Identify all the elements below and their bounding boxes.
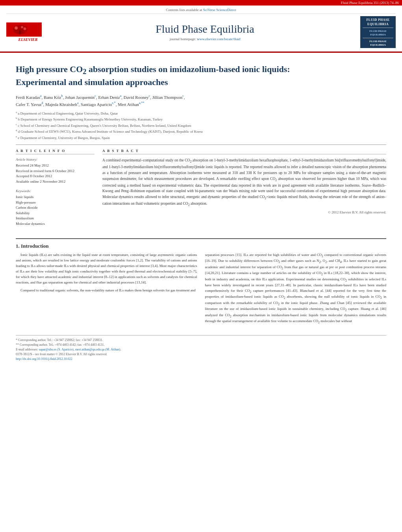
footnote-doi: http://dx.doi.org/10.1016/j.fluid.2012.1… <box>16 357 386 361</box>
authors: Ferdi Karadasa, Banu Közb, Johan Jacquem… <box>16 94 386 108</box>
keyword-6: Molecular dynamics <box>16 221 94 227</box>
available-date: Available online 2 November 2012 <box>16 179 94 185</box>
section-1-title: 1. Introduction <box>16 243 386 249</box>
sciverse-banner: Contents lists available at SciVerse Sci… <box>6 8 396 12</box>
keywords-section: Keywords: Ionic liquids High-pressure Ca… <box>16 189 94 226</box>
keywords-label: Keywords: <box>16 189 94 193</box>
intro-left-col: Ionic liquids (ILs) are salts existing i… <box>16 252 197 327</box>
svg-rect-2 <box>19 30 21 34</box>
email-2[interactable]: mert.atihan@qu.edu.qa (M. Atihan). <box>75 348 121 351</box>
footnote-area: * Corresponding author. Tel.: +34 947 25… <box>16 335 386 361</box>
compared-paragraph: Compared to traditional organic solvents… <box>16 288 197 293</box>
svg-point-3 <box>15 26 18 30</box>
journal-homepage: journal homepage: www.elsevier.com/locat… <box>54 37 356 41</box>
keyword-4: Solubility <box>16 211 94 216</box>
received-date: Received 24 May 2012 <box>16 163 94 169</box>
svg-point-4 <box>21 26 23 28</box>
footnote-issn: 0378-3812/$ – see front matter © 2012 El… <box>16 352 386 357</box>
keyword-1: Ionic liquids <box>16 195 94 200</box>
keyword-5: Imidazolium <box>16 216 94 221</box>
elsevier-wordmark: ELSEVIER <box>6 37 50 42</box>
article-info-column: A R T I C L E I N F O Article history: R… <box>16 149 94 226</box>
sciverse-link[interactable]: SciVerse ScienceDirect <box>203 8 236 12</box>
footnote-emails: E-mail addresses: sapar@ubu.es (S. Apari… <box>16 347 386 352</box>
abstract-text: A combined experimental–computational st… <box>102 158 386 208</box>
email-1[interactable]: sapar@ubu.es (S. Aparicio), <box>39 348 74 351</box>
footnote-star: * Corresponding author. Tel.: +34 947 25… <box>16 338 386 343</box>
elsevier-logo: ELSEVIER <box>6 22 50 42</box>
accepted-date: Accepted 8 October 2012 <box>16 174 94 179</box>
doi-link[interactable]: http://dx.doi.org/10.1016/j.fluid.2012.1… <box>16 357 72 361</box>
keyword-2: High-pressure <box>16 200 94 206</box>
intro-right-col: separation processes [15]. ILs are repor… <box>205 252 387 327</box>
keyword-3: Carbon dioxide <box>16 205 94 211</box>
abstract-column: A B S T R A C T A combined experimental–… <box>102 149 386 226</box>
journal-reference: Fluid Phase Equilibria 351 (2013) 74–86 <box>341 1 399 5</box>
footnote-dstar: ** Corresponding author. Tel.: +974 4403… <box>16 343 386 347</box>
article-title: High pressure CO2 absorption studies on … <box>16 64 386 88</box>
intro-left-text: Ionic liquids (ILs) are salts existing i… <box>16 252 197 293</box>
homepage-link[interactable]: www.elsevier.com/locate/fluid <box>197 37 240 41</box>
article-history-label: Article history: <box>16 158 94 161</box>
article-info-heading: A R T I C L E I N F O <box>16 149 94 154</box>
journal-title-section: Fluid Phase Equilibria journal homepage:… <box>54 23 356 41</box>
intro-right-text: separation processes [15]. ILs are repor… <box>205 252 387 325</box>
abstract-heading: A B S T R A C T <box>102 149 386 154</box>
copyright-notice: © 2012 Elsevier B.V. All rights reserved… <box>102 210 386 214</box>
received-revised-date: Received in revised form 6 October 2012 <box>16 169 94 174</box>
journal-reference-bar: Fluid Phase Equilibria 351 (2013) 74–86 <box>0 0 402 6</box>
introduction-two-col: Ionic liquids (ILs) are salts existing i… <box>16 252 386 327</box>
affiliations: a a Department of Chemical Engineering, … <box>16 110 386 141</box>
svg-point-5 <box>24 27 26 30</box>
journal-title: Fluid Phase Equilibria <box>54 23 356 35</box>
journal-logo-right: FLUID PHASE EQUILIBRIA FLUID PHASE EQUIL… <box>360 16 396 48</box>
